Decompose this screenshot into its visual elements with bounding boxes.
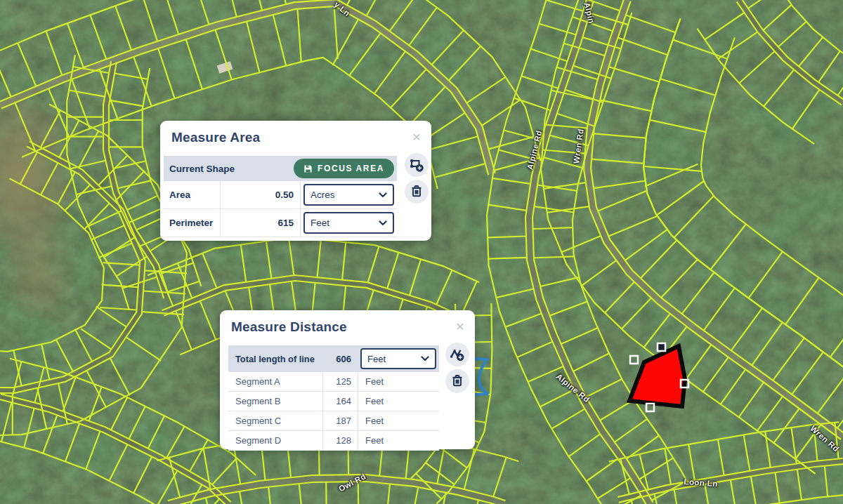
current-shape-label: Current Shape	[169, 164, 235, 174]
perimeter-label: Perimeter	[164, 218, 220, 228]
segment-unit: Feet	[358, 416, 384, 426]
chevron-down-icon	[379, 220, 387, 226]
segment-value: 128	[322, 431, 358, 450]
segment-value: 164	[322, 392, 358, 411]
segment-label: Segment B	[228, 396, 322, 406]
trash-icon	[449, 373, 466, 390]
total-length-row: Total length of line 606 Feet	[228, 345, 439, 372]
area-label: Area	[164, 190, 220, 200]
trash-icon	[408, 183, 425, 200]
area-value: 0.50	[220, 181, 300, 208]
perimeter-value: 615	[220, 209, 300, 237]
chevron-down-icon	[421, 356, 429, 362]
perimeter-row: Perimeter 615 Feet	[164, 209, 397, 237]
polygon-add-icon	[408, 157, 425, 173]
focus-area-button[interactable]: FOCUS AREA	[294, 159, 394, 178]
segment-row: Segment B 164 Feet	[228, 392, 439, 411]
measure-area-panel: Measure Area × Current Shape FOCUS AREA …	[160, 121, 431, 241]
perimeter-unit-value: Feet	[311, 218, 329, 228]
distance-unit-value: Feet	[367, 354, 386, 364]
perimeter-unit-select[interactable]: Feet	[303, 212, 394, 234]
total-length-label: Total length of line	[228, 354, 322, 364]
distance-unit-select[interactable]: Feet	[360, 348, 436, 369]
current-shape-header: Current Shape FOCUS AREA	[164, 156, 397, 181]
map-stage: y Ln Alpin Alpine Rd Wren Rd Alpine Rd O…	[0, 0, 843, 504]
add-line-button[interactable]	[445, 343, 469, 366]
distance-panel-tools	[445, 343, 469, 393]
segment-row: Segment A 125 Feet	[228, 372, 439, 392]
close-icon[interactable]: ×	[456, 319, 464, 333]
segment-label: Segment A	[228, 376, 322, 387]
delete-shape-button[interactable]	[405, 180, 429, 204]
segment-value: 125	[322, 372, 358, 391]
panel-title: Measure Distance	[220, 310, 475, 340]
delete-line-button[interactable]	[445, 369, 469, 393]
segment-unit: Feet	[358, 376, 384, 387]
line-add-icon	[449, 346, 466, 363]
chevron-down-icon	[379, 192, 387, 198]
measure-distance-panel: Measure Distance × Total length of line …	[220, 310, 475, 449]
segment-label: Segment D	[228, 435, 322, 446]
focus-area-label: FOCUS AREA	[318, 164, 384, 173]
segment-row: Segment C 187 Feet	[228, 411, 439, 431]
save-icon	[303, 164, 313, 173]
segment-row: Segment D 128 Feet	[228, 431, 439, 451]
total-length-value: 606	[322, 345, 358, 372]
measure-distance-table: Total length of line 606 Feet Segment A …	[228, 345, 439, 451]
panel-title: Measure Area	[160, 121, 431, 151]
close-icon[interactable]: ×	[412, 129, 421, 144]
segment-unit: Feet	[358, 396, 384, 406]
area-row: Area 0.50 Acres	[164, 181, 397, 209]
measure-area-table: Current Shape FOCUS AREA Area 0.50 Acres	[164, 156, 397, 237]
segment-value: 187	[322, 411, 358, 430]
area-panel-tools	[405, 153, 429, 204]
area-unit-value: Acres	[311, 190, 335, 200]
field-patch	[0, 218, 77, 323]
segment-label: Segment C	[228, 416, 322, 426]
add-shape-button[interactable]	[405, 153, 429, 177]
area-unit-select[interactable]: Acres	[303, 184, 394, 206]
vertex-handle[interactable]	[658, 343, 665, 351]
segment-unit: Feet	[358, 435, 384, 446]
